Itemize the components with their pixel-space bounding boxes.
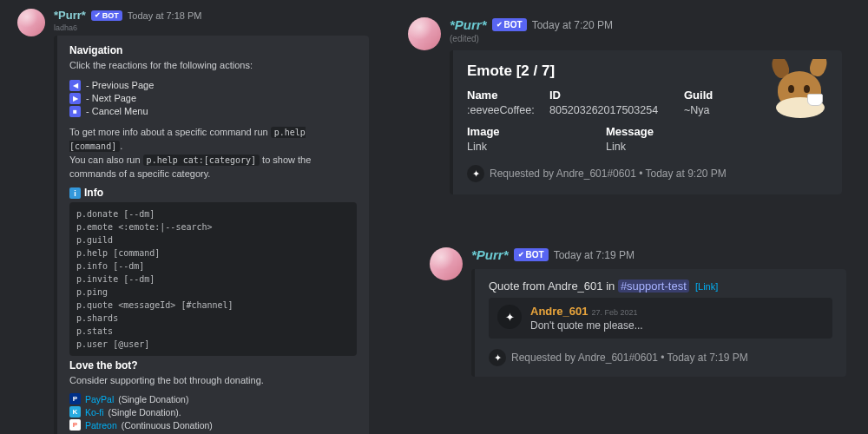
bot-username[interactable]: *Purr* [54,9,86,22]
field-message-link[interactable]: Link [606,141,828,153]
info-heading: iInfo [69,187,357,200]
command-list-code: p.donate [--dm] p.emote <:emote:|--searc… [69,202,357,356]
love-description: Consider supporting the bot through dona… [69,374,357,388]
verified-check-icon: ✔ [496,21,503,29]
message-timestamp: Today at 7:18 PM [128,10,202,21]
quoted-user-avatar-icon[interactable]: ✦ [497,305,522,329]
nav-heading: Navigation [69,44,357,56]
next-page-icon[interactable]: ▶ [69,93,81,104]
donate-paypal[interactable]: PPayPal(Single Donation) [69,393,357,404]
embed-footer: ✦ Requested by Andre_601#0601 • Today at… [489,349,832,366]
field-message-label: Message [606,125,828,138]
channel-mention[interactable]: #support-test [618,279,689,293]
message-quote: *Purr* ✔BOT Today at 7:19 PM Quote from … [430,247,846,377]
bot-username[interactable]: *Purr* [450,17,487,32]
field-image-link[interactable]: Link [467,141,606,153]
kofi-link[interactable]: Ko-fi [85,407,104,418]
verified-check-icon: ✔ [95,11,101,19]
paypal-link[interactable]: PayPal [85,394,114,404]
help-category-code: p.help cat:[category] [143,155,260,166]
field-name-value: :eeveeCoffee: [467,104,549,116]
love-heading: Love the bot? [69,359,357,372]
info-icon: i [69,187,81,199]
quoted-username[interactable]: Andre_601 [530,305,588,318]
bot-badge: ✔BOT [492,18,527,31]
field-image-label: Image [467,125,606,138]
verified-check-icon: ✔ [518,251,524,259]
cancel-menu-label: - Cancel Menu [86,106,148,116]
bot-avatar[interactable] [430,247,463,280]
eevee-coffee-icon [769,59,832,122]
quoted-text: Don't quote me please... [530,319,643,332]
more-info-text-2: You can also run p.help cat:[category] t… [69,154,357,181]
bot-avatar[interactable] [408,17,441,50]
message-timestamp: Today at 7:20 PM [532,19,613,31]
message-timestamp: Today at 7:19 PM [554,249,635,261]
more-info-text: To get more info about a specific comman… [69,126,357,154]
footer-avatar-icon: ✦ [489,349,506,366]
field-name-label: Name [467,89,549,102]
bot-avatar[interactable] [17,9,45,36]
patreon-icon: P [69,419,81,431]
bot-badge: ✔BOT [514,248,549,261]
cancel-menu-icon[interactable]: ■ [69,106,81,117]
kofi-icon: K [69,406,81,418]
quote-jump-link[interactable]: [Link] [695,281,718,292]
field-guild-value: ~Nya [684,104,759,116]
quoted-date: 27. Feb 2021 [591,308,637,317]
emote-embed: Emote [2 / 7] Name :eeveeCoffee: ID 8052… [450,50,842,194]
prev-page-icon[interactable]: ◀ [69,80,81,91]
message-emote: *Purr* ✔BOT Today at 7:20 PM (edited) Em… [408,17,842,194]
bot-username[interactable]: *Purr* [471,247,509,262]
bot-badge: ✔BOT [91,10,122,21]
emote-thumbnail[interactable] [769,59,832,122]
patreon-link[interactable]: Patreon [85,420,117,431]
next-page-label: - Next Page [86,93,136,103]
donate-patreon[interactable]: PPatreon(Continuous Donation) [69,419,357,431]
footer-avatar-icon: ✦ [467,165,484,182]
quote-embed: Quote from Andre_601 in #support-test [L… [471,269,846,377]
paypal-icon: P [69,393,81,404]
message-help: *Purr* ✔BOT Today at 7:18 PM ladha6 Navi… [17,9,369,434]
donate-kofi[interactable]: KKo-fi(Single Donation). [69,406,357,418]
embed-footer: ✦ Requested by Andre_601#0601 • Today at… [467,165,828,182]
field-id-value: 805203262017503254 [549,104,684,116]
nav-description: Click the reactions for the following ac… [69,59,357,73]
prev-page-label: - Previous Page [86,80,154,90]
help-embed: Navigation Click the reactions for the f… [54,36,369,434]
quoted-message: ✦ Andre_60127. Feb 2021 Don't quote me p… [489,298,832,339]
edited-indicator: (edited) [450,34,842,43]
field-guild-label: Guild [684,89,759,102]
quote-source: Quote from Andre_601 in #support-test [L… [489,279,832,293]
message-subtext: ladha6 [54,23,369,32]
field-id-label: ID [549,89,684,102]
